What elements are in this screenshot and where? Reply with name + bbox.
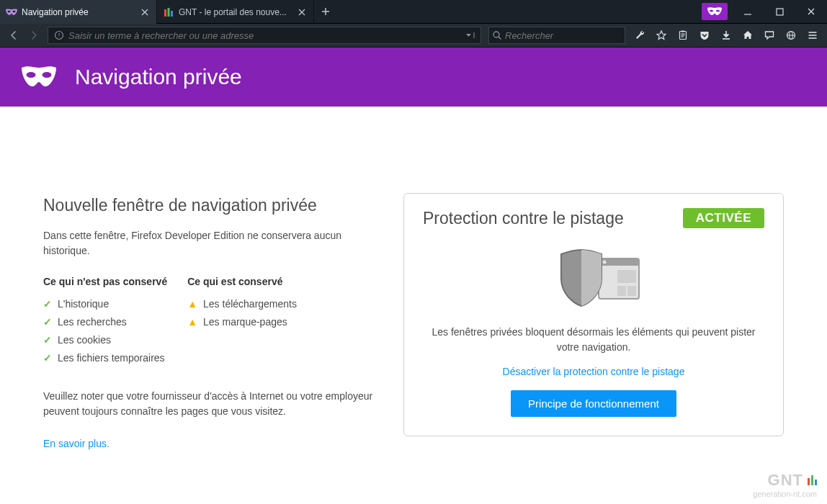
svg-point-1 <box>13 10 16 12</box>
chat-button[interactable] <box>759 26 779 45</box>
svg-point-6 <box>716 9 720 12</box>
warning-icon: ▲ <box>187 315 197 330</box>
back-button[interactable] <box>4 26 23 45</box>
new-tab-button[interactable] <box>314 0 337 23</box>
svg-rect-3 <box>168 8 170 17</box>
tab-strip: Navigation privée GNT - le portail des n… <box>0 0 827 24</box>
gnt-favicon <box>163 6 174 18</box>
search-bar[interactable] <box>488 27 625 44</box>
tab-title: Navigation privée <box>22 7 135 17</box>
svg-rect-2 <box>164 9 166 17</box>
not-saved-column: Ce qui n'est pas conservé ✓L'historique … <box>43 274 167 369</box>
toolbar-icons <box>630 26 823 45</box>
check-icon: ✓ <box>43 315 52 330</box>
downloads-button[interactable] <box>716 26 736 45</box>
tab-gnt[interactable]: GNT - le portail des nouve... <box>157 0 314 24</box>
forward-button[interactable] <box>24 26 43 45</box>
clipboard-button[interactable] <box>673 26 693 45</box>
how-it-works-button[interactable]: Principe de fonctionnement <box>511 390 676 417</box>
devtools-button[interactable] <box>630 26 650 45</box>
star-button[interactable] <box>651 26 671 45</box>
warning-icon: ▲ <box>187 297 197 312</box>
svg-rect-20 <box>617 286 626 296</box>
watermark-bars-icon <box>806 471 817 490</box>
watermark-sub: generation-nt.com <box>753 490 817 498</box>
webide-button[interactable] <box>781 26 801 45</box>
mask-icon <box>20 65 58 89</box>
titlebar-spacer <box>337 0 697 23</box>
close-icon[interactable] <box>296 6 308 18</box>
disable-tracking-link[interactable]: Désactiver la protection contre le pista… <box>503 366 685 377</box>
mask-icon <box>6 6 17 18</box>
home-button[interactable] <box>738 26 758 45</box>
urlbar-dropmarker-icon[interactable] <box>465 32 479 39</box>
window-maximize-button[interactable] <box>764 0 795 23</box>
search-input[interactable] <box>505 30 627 41</box>
saved-title: Ce qui est conservé <box>187 274 297 289</box>
url-bar[interactable] <box>48 27 481 44</box>
pocket-button[interactable] <box>694 26 715 45</box>
tracking-panel: Protection contre le pistage ACTIVÉE Les… <box>403 193 784 436</box>
saved-column: Ce qui est conservé ▲Les téléchargements… <box>187 274 297 369</box>
banner-title: Navigation privée <box>75 65 242 89</box>
svg-point-18 <box>603 261 607 264</box>
svg-point-15 <box>43 72 52 78</box>
left-heading: Nouvelle fenêtre de navigation privée <box>43 193 375 218</box>
svg-point-9 <box>493 32 499 37</box>
identity-icon[interactable] <box>53 29 66 42</box>
search-icon <box>492 30 502 41</box>
tracking-heading: Protection contre le pistage <box>423 209 624 228</box>
svg-rect-11 <box>681 31 684 32</box>
watermark-brand: GNT <box>768 471 803 490</box>
left-column: Nouvelle fenêtre de navigation privée Da… <box>43 193 375 451</box>
check-icon: ✓ <box>43 351 52 366</box>
list-item: ▲Les téléchargements <box>187 297 297 312</box>
list-item: ✓Les cookies <box>43 333 167 348</box>
window-minimize-button[interactable] <box>732 0 764 23</box>
private-banner: Navigation privée <box>0 48 827 107</box>
list-item: ✓L'historique <box>43 297 167 312</box>
learn-more-link[interactable]: En savoir plus. <box>43 438 109 449</box>
check-icon: ✓ <box>43 297 52 312</box>
status-badge: ACTIVÉE <box>683 208 764 228</box>
list-item: ▲Les marque-pages <box>187 315 297 330</box>
right-column: Protection contre le pistage ACTIVÉE Les… <box>403 193 784 451</box>
menu-button[interactable] <box>803 26 823 45</box>
tab-title: GNT - le portail des nouve... <box>179 7 292 17</box>
watermark: GNT generation-nt.com <box>753 471 817 498</box>
window-close-button[interactable] <box>795 0 827 23</box>
tab-private-browsing[interactable]: Navigation privée <box>0 0 157 24</box>
svg-rect-19 <box>617 270 636 283</box>
svg-point-5 <box>710 9 713 12</box>
check-icon: ✓ <box>43 333 52 348</box>
note-text: Veuillez noter que votre fournisseur d'a… <box>43 389 375 419</box>
tracking-illustration <box>423 241 764 313</box>
tracking-description: Les fenêtres privées bloquent désormais … <box>423 325 764 355</box>
list-item: ✓Les recherches <box>43 315 167 330</box>
svg-point-14 <box>27 72 36 78</box>
svg-rect-4 <box>171 11 173 17</box>
nav-toolbar <box>0 24 827 48</box>
content-area: Nouvelle fenêtre de navigation privée Da… <box>0 107 827 451</box>
svg-rect-21 <box>627 286 636 296</box>
intro-text: Dans cette fenêtre, Firefox Developer Ed… <box>43 228 375 258</box>
private-indicator <box>702 3 728 20</box>
svg-point-0 <box>8 10 11 12</box>
not-saved-title: Ce qui n'est pas conservé <box>43 274 167 289</box>
list-item: ✓Les fichiers temporaires <box>43 351 167 366</box>
url-input[interactable] <box>68 30 465 41</box>
svg-rect-7 <box>777 9 783 15</box>
close-icon[interactable] <box>139 6 151 18</box>
